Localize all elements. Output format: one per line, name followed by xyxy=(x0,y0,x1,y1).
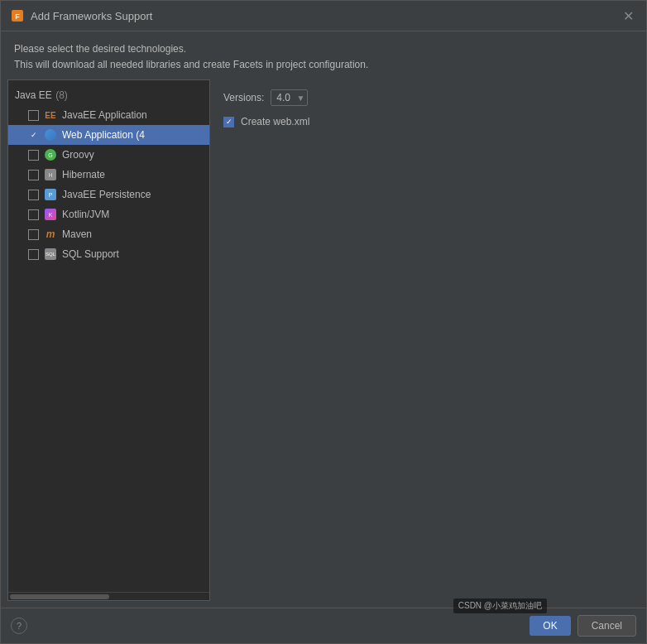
description-line1: Please select the desired technologies. xyxy=(14,41,633,57)
icon-kotlin-jvm: K xyxy=(44,208,57,221)
svg-text:F: F xyxy=(15,12,20,21)
tree-item-kotlin-jvm[interactable]: K Kotlin/JVM xyxy=(8,204,209,224)
left-panel: Java EE (8) EE JavaEE Application xyxy=(7,79,210,601)
close-button[interactable]: ✕ xyxy=(620,7,636,24)
checkbox-kotlin-jvm[interactable] xyxy=(28,209,39,220)
icon-sql-support: SQL xyxy=(44,248,57,261)
description-area: Please select the desired technologies. … xyxy=(1,31,646,79)
main-content: Java EE (8) EE JavaEE Application xyxy=(1,79,646,608)
tree-item-javaee-application[interactable]: EE JavaEE Application xyxy=(8,105,209,125)
description-line2: This will download all needed libraries … xyxy=(14,57,633,73)
tree-item-sql-support[interactable]: SQL SQL Support xyxy=(8,244,209,264)
tree-item-web-application[interactable]: Web Application (4 xyxy=(8,125,209,145)
ok-button[interactable]: OK xyxy=(530,616,570,636)
title-bar: F Add Frameworks Support ✕ xyxy=(1,1,646,31)
icon-hibernate: H xyxy=(44,168,57,181)
dialog-icon: F xyxy=(11,9,24,22)
tree-area[interactable]: Java EE (8) EE JavaEE Application xyxy=(8,80,209,592)
label-groovy: Groovy xyxy=(62,149,94,161)
help-button[interactable]: ? xyxy=(11,618,27,634)
footer-left: ? xyxy=(11,618,27,634)
cancel-button[interactable]: Cancel xyxy=(578,615,636,637)
checkbox-javaee-persistence[interactable] xyxy=(28,190,39,200)
group-header-javaee[interactable]: Java EE (8) xyxy=(8,84,209,105)
label-hibernate: Hibernate xyxy=(62,169,105,180)
icon-groovy: G xyxy=(44,148,57,161)
group-label-javaee: Java EE (8) xyxy=(15,87,68,102)
label-kotlin-jvm: Kotlin/JVM xyxy=(62,209,109,220)
scrollbar-thumb[interactable] xyxy=(10,594,109,599)
right-panel: Versions: 3.0 3.1 4.0 5.0 ▼ Create web.x… xyxy=(210,79,640,601)
dialog-title: Add Frameworks Support xyxy=(31,10,152,22)
checkbox-web-application[interactable] xyxy=(28,130,39,141)
tree-item-maven[interactable]: m Maven xyxy=(8,224,209,244)
tree-item-hibernate[interactable]: H Hibernate xyxy=(8,165,209,185)
label-sql-support: SQL Support xyxy=(62,248,119,260)
create-xml-row[interactable]: Create web.xml xyxy=(223,116,626,127)
checkbox-javaee-application[interactable] xyxy=(28,110,39,121)
checkbox-hibernate[interactable] xyxy=(28,170,39,180)
label-maven: Maven xyxy=(62,228,92,240)
checkbox-sql-support[interactable] xyxy=(28,249,39,260)
checkbox-groovy[interactable] xyxy=(28,150,39,161)
horizontal-scrollbar[interactable] xyxy=(8,592,209,600)
footer: ? OK Cancel xyxy=(1,608,646,643)
checkbox-create-xml[interactable] xyxy=(223,117,234,127)
versions-select[interactable]: 3.0 3.1 4.0 5.0 xyxy=(271,89,308,106)
footer-right: OK Cancel xyxy=(530,615,636,637)
label-javaee-persistence: JavaEE Persistence xyxy=(62,189,151,200)
checkbox-maven[interactable] xyxy=(28,229,39,240)
versions-label: Versions: xyxy=(223,92,264,103)
versions-select-wrapper[interactable]: 3.0 3.1 4.0 5.0 ▼ xyxy=(271,89,308,106)
icon-web-application xyxy=(44,128,57,142)
label-web-application: Web Application (4 xyxy=(62,129,145,141)
label-javaee-application: JavaEE Application xyxy=(62,109,147,121)
versions-row: Versions: 3.0 3.1 4.0 5.0 ▼ xyxy=(223,89,626,106)
tree-item-javaee-persistence[interactable]: P JavaEE Persistence xyxy=(8,185,209,204)
create-xml-label: Create web.xml xyxy=(241,116,309,127)
icon-javaee-persistence: P xyxy=(44,188,57,201)
icon-javaee-application: EE xyxy=(44,108,57,122)
add-frameworks-dialog: F Add Frameworks Support ✕ Please select… xyxy=(0,0,647,644)
tree-item-groovy[interactable]: G Groovy xyxy=(8,145,209,165)
icon-maven: m xyxy=(44,228,57,241)
